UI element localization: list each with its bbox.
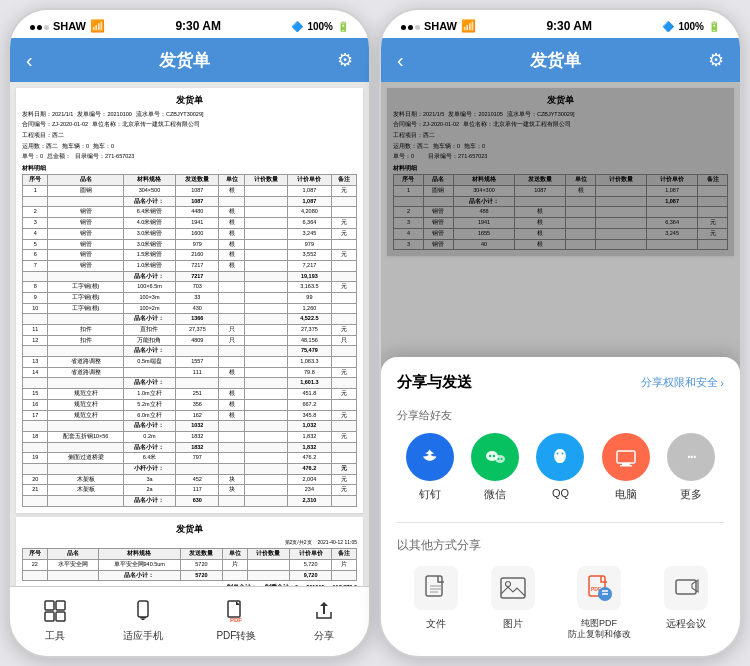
wifi-icon: 📶 xyxy=(90,19,105,33)
dingtalk-icon xyxy=(406,433,454,481)
doc-page-2: 发货单 第2页/共2页2021-40-12 11:05 序号品名材料规格发送数量… xyxy=(16,517,363,586)
table-row: 品名小计：75,479 xyxy=(23,346,357,357)
material-table: 序号品名材料规格发送数量单位计价数量计价单价备注 1圆钢304×5001087根… xyxy=(22,174,357,506)
table-row: 1圆钢304×3001087根1,087 xyxy=(394,186,728,197)
table-row: 品名小计：6302,310 xyxy=(23,496,357,507)
gear-button-right[interactable]: ⚙ xyxy=(708,49,724,71)
table-row: 4钢管1655根3,245元 xyxy=(394,228,728,239)
table-row: 16规范立杆5.2m立杆356根667.2 xyxy=(23,399,357,410)
battery-icon: 🔋 xyxy=(337,21,349,32)
wechat-icon xyxy=(471,433,519,481)
svg-point-14 xyxy=(501,458,503,460)
table-row: 18配套五折钢10×560.2m18321,832元 xyxy=(23,431,357,442)
toolbar-share[interactable]: 分享 xyxy=(310,597,338,643)
table-row: 13省道路调整0.5m端盘15571,083.3 xyxy=(23,357,357,368)
tools-label: 工具 xyxy=(45,629,65,643)
doc-title-2: 发货单 xyxy=(22,523,357,536)
computer-icon xyxy=(602,433,650,481)
share-apps-row: 钉钉 xyxy=(397,433,724,502)
page-title-left: 发货单 xyxy=(159,49,210,72)
table-row: 品名小计：18321,832 xyxy=(23,442,357,453)
status-right: 🔷 100% 🔋 xyxy=(291,21,349,32)
battery-label: 100% xyxy=(307,21,333,32)
table-row: 3钢管40根 xyxy=(394,239,728,250)
svg-point-10 xyxy=(495,455,505,463)
share-computer[interactable]: 电脑 xyxy=(602,433,650,502)
more-icon: ··· xyxy=(667,433,715,481)
qq-icon xyxy=(536,433,584,481)
toolbar-pdf[interactable]: PDF PDF转换 xyxy=(216,597,256,643)
share-qq[interactable]: QQ xyxy=(536,433,584,502)
table-row: 21木架板2a117块234元 xyxy=(23,485,357,496)
file-icon xyxy=(414,566,458,610)
more-label: 更多 xyxy=(680,487,702,502)
svg-point-28 xyxy=(505,582,510,587)
share-title: 分享与发送 xyxy=(397,373,472,392)
share-more[interactable]: ··· 更多 xyxy=(667,433,715,502)
svg-point-17 xyxy=(556,457,564,463)
doc-page-1: 发货单 发料日期：2021/1/1 发单编号：20210100 流水单号：CZB… xyxy=(16,88,363,513)
table-row: 10工字钢(根)100×2m4301,260 xyxy=(23,303,357,314)
chevron-right-icon: › xyxy=(720,377,724,389)
signal-dots-r xyxy=(401,20,420,32)
table-row: 品名小计：1,601.3 xyxy=(23,378,357,389)
share-wechat[interactable]: 微信 xyxy=(471,433,519,502)
wifi-icon-r: 📶 xyxy=(461,19,476,33)
share-other-title: 以其他方式分享 xyxy=(397,537,724,554)
svg-rect-27 xyxy=(501,578,525,598)
share-dingtalk[interactable]: 钉钉 xyxy=(406,433,454,502)
share-remote-item[interactable]: 远程会议 xyxy=(664,566,708,640)
share-icon xyxy=(310,597,338,625)
table-row: 15规范立杆1.0m立杆251根451.8元 xyxy=(23,389,357,400)
table-row: 17规范立杆6.0m立杆162根345.8元 xyxy=(23,410,357,421)
share-file-item[interactable]: 文件 xyxy=(414,566,458,640)
table-row: 2钢管488根 xyxy=(394,207,728,218)
nav-bar-right: ‹ 发货单 ⚙ xyxy=(381,38,740,82)
table-row: 小杆小计：476.2元 xyxy=(23,463,357,474)
table-row: 品名小计：13664,522.5 xyxy=(23,314,357,325)
svg-rect-22 xyxy=(620,465,632,467)
battery-icon-r: 🔋 xyxy=(708,21,720,32)
share-security-label: 分享权限和安全 xyxy=(641,375,718,390)
material-table-2: 序号品名材料规格发送数量单位计价数量计价单价备注 22水平安全网单平安全网940… xyxy=(22,548,357,581)
doc-meta-r2: 合同编号：ZJ-2020-01-02 单位名称：北京承传一建筑工程有限公司 xyxy=(393,121,728,129)
remote-icon xyxy=(664,566,708,610)
share-pure-pdf-item[interactable]: PDF 纯图PDF防止复制和修改 xyxy=(568,566,631,640)
table-row: 2钢管6.4米钢管4480根4,2080 xyxy=(23,207,357,218)
doc-meta-r4: 运用数：西二拖车辆：0拖车：0 xyxy=(393,143,728,151)
time-display: 9:30 AM xyxy=(175,19,221,33)
svg-point-18 xyxy=(557,453,559,455)
status-bar-right: SHAW 📶 9:30 AM 🔷 100% 🔋 xyxy=(381,10,740,38)
svg-rect-6 xyxy=(141,618,144,620)
doc-meta-r5: 单号：0目录编号：271-657023 xyxy=(393,153,728,161)
doc-area-right: 发货单 发料日期：2021/1/5 发单编号：20210105 流水单号：CZB… xyxy=(381,82,740,656)
left-phone: 发货单 SHAW 📶 9:30 AM 🔷 100% 🔋 ‹ 发货单 ⚙ 发货单 xyxy=(8,8,371,658)
table-row: 20木架板3a452块2,004元 xyxy=(23,474,357,485)
nav-bar-left: ‹ 发货单 ⚙ xyxy=(10,38,369,82)
dimmed-doc: 发货单 发料日期：2021/1/5 发单编号：20210105 流水单号：CZB… xyxy=(387,88,734,256)
table-row: 22水平安全网单平安全网940.5um5720片5,720片 xyxy=(23,560,357,571)
back-button-right[interactable]: ‹ xyxy=(397,49,404,72)
table-row: 7钢管1.0米钢管7217根7,217 xyxy=(23,260,357,271)
doc-area-left[interactable]: 发货单 发料日期：2021/1/1 发单编号：20210100 流水单号：CZB… xyxy=(10,82,369,586)
toolbar-tools[interactable]: 工具 xyxy=(41,597,69,643)
back-button-left[interactable]: ‹ xyxy=(26,49,33,72)
share-overlay: 分享与发送 分享权限和安全 › 分享给好友 xyxy=(381,357,740,656)
pdf-icon: PDF xyxy=(222,597,250,625)
bluetooth-icon: 🔷 xyxy=(291,21,303,32)
doc-page-right-1: 发货单 发料日期：2021/1/5 发单编号：20210105 流水单号：CZB… xyxy=(387,88,734,256)
toolbar-adapt[interactable]: 适应手机 xyxy=(123,597,163,643)
gear-button-left[interactable]: ⚙ xyxy=(337,49,353,71)
svg-rect-2 xyxy=(45,612,54,621)
table-row: 品名小计：721719,193 xyxy=(23,271,357,282)
share-image-item[interactable]: 图片 xyxy=(491,566,535,640)
wechat-label: 微信 xyxy=(484,487,506,502)
status-left-r: SHAW 📶 xyxy=(401,19,476,33)
doc-page-date: 第2页/共2页2021-40-12 11:05 xyxy=(22,539,357,546)
doc-title-r1: 发货单 xyxy=(393,94,728,107)
table-row: 6钢管1.5米钢管2160根3,552元 xyxy=(23,250,357,261)
remote-label: 远程会议 xyxy=(666,618,706,630)
doc-meta-3: 工程项目：西二 xyxy=(22,132,357,140)
share-security-link[interactable]: 分享权限和安全 › xyxy=(641,375,724,390)
file-label: 文件 xyxy=(426,618,446,630)
